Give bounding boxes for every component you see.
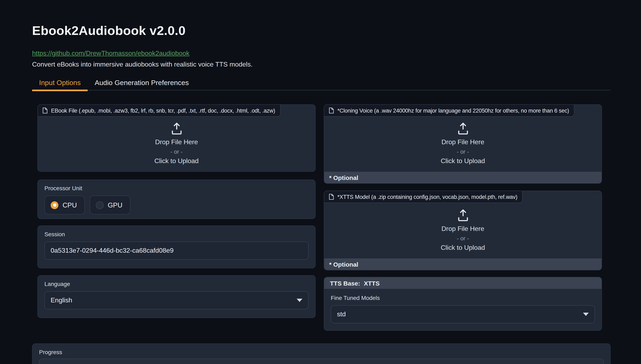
header: Ebook2Audiobook v2.0.0 https://github.co… xyxy=(0,0,641,68)
ebook-file-label-chip: EBook File (.epub, .mobi, .azw3, fb2, lr… xyxy=(38,105,280,117)
fine-tuned-models-label: Fine Tuned Models xyxy=(331,294,595,301)
processor-radio-group: CPU GPU xyxy=(45,196,309,214)
github-link[interactable]: https://github.com/DrewThomasson/ebook2a… xyxy=(32,50,189,57)
xtts-model-label-chip: *XTTS Model (a .zip containing config.js… xyxy=(324,191,523,203)
drop-file-here-text: Drop File Here xyxy=(442,225,484,232)
or-text: - or - xyxy=(170,148,182,155)
cloning-optional-note: * Optional xyxy=(324,172,601,183)
language-dropdown[interactable]: English xyxy=(45,291,309,309)
language-dropdown-value: English xyxy=(51,296,72,304)
dropdown-caret-icon xyxy=(297,299,302,302)
session-panel: Session 0a5313e7-0294-446d-bc32-ca68cafd… xyxy=(38,226,316,268)
click-to-upload-text: Click to Upload xyxy=(154,157,198,164)
processor-unit-panel: Processor Unit CPU GPU xyxy=(38,180,316,219)
ebook-file-upload: EBook File (.epub, .mobi, .azw3, fb2, lr… xyxy=(38,104,316,172)
drop-file-here-text: Drop File Here xyxy=(442,138,484,146)
ebook-file-label: EBook File (.epub, .mobi, .azw3, fb2, lr… xyxy=(51,108,275,114)
file-icon xyxy=(42,107,48,114)
cloning-voice-upload: *Cloning Voice (a .wav 24000hz for major… xyxy=(324,104,602,184)
upload-icon xyxy=(457,208,468,221)
ebook-drop-zone[interactable]: Drop File Here - or - Click to Upload xyxy=(38,117,315,171)
radio-cpu[interactable]: CPU xyxy=(45,196,85,214)
tab-bar: Input Options Audio Generation Preferenc… xyxy=(32,79,610,90)
left-column: EBook File (.epub, .mobi, .azw3, fb2, lr… xyxy=(38,104,316,318)
dropdown-caret-icon xyxy=(583,313,589,316)
tts-base-panel: TTS Base: XTTS Fine Tuned Models std xyxy=(324,277,602,331)
radio-unselected-icon xyxy=(96,201,104,209)
language-panel: Language English xyxy=(38,275,316,318)
tab-input-options[interactable]: Input Options xyxy=(32,79,88,90)
cloning-voice-drop-zone[interactable]: Drop File Here - or - Click to Upload xyxy=(324,117,601,172)
xtts-model-upload: *XTTS Model (a .zip containing config.js… xyxy=(324,191,602,270)
xtts-model-label: *XTTS Model (a .zip containing config.js… xyxy=(337,194,517,200)
tts-base-label: TTS Base: xyxy=(330,280,360,286)
main-columns: EBook File (.epub, .mobi, .azw3, fb2, lr… xyxy=(38,104,602,331)
upload-icon xyxy=(171,122,182,134)
radio-cpu-label: CPU xyxy=(63,201,77,209)
click-to-upload-text: Click to Upload xyxy=(441,157,485,165)
ebook2audiobook-app: Ebook2Audiobook v2.0.0 https://github.co… xyxy=(0,0,641,364)
app-description: Convert eBooks into immersive audiobooks… xyxy=(32,61,609,68)
radio-selected-icon xyxy=(51,201,58,209)
tts-base-value: XTTS xyxy=(364,280,380,286)
radio-gpu[interactable]: GPU xyxy=(90,196,130,214)
language-label: Language xyxy=(45,280,309,287)
upload-icon xyxy=(457,122,468,135)
fine-tuned-models-value: std xyxy=(337,310,346,318)
cloning-voice-label: *Cloning Voice (a .wav 24000hz for major… xyxy=(337,108,569,114)
radio-gpu-label: GPU xyxy=(108,201,123,209)
file-icon xyxy=(329,194,334,200)
xtts-optional-note: * Optional xyxy=(324,258,601,270)
progress-label: Progress xyxy=(39,349,603,355)
processor-unit-label: Processor Unit xyxy=(45,185,309,192)
session-input[interactable]: 0a5313e7-0294-446d-bc32-ca68cafd08e9 xyxy=(45,242,309,260)
xtts-model-drop-zone[interactable]: Drop File Here - or - Click to Upload xyxy=(324,203,601,258)
progress-panel: Progress xyxy=(32,344,610,364)
progress-textbox[interactable] xyxy=(39,359,603,364)
or-text: - or - xyxy=(457,235,469,241)
fine-tuned-models-dropdown[interactable]: std xyxy=(331,305,595,323)
tts-base-header: TTS Base: XTTS xyxy=(324,277,601,289)
page-title: Ebook2Audiobook v2.0.0 xyxy=(32,24,609,38)
right-column: *Cloning Voice (a .wav 24000hz for major… xyxy=(324,104,602,331)
drop-file-here-text: Drop File Here xyxy=(155,138,198,146)
file-icon xyxy=(329,107,334,114)
or-text: - or - xyxy=(457,148,469,155)
tab-audio-generation-preferences[interactable]: Audio Generation Preferences xyxy=(88,79,196,90)
click-to-upload-text: Click to Upload xyxy=(441,244,485,251)
cloning-voice-label-chip: *Cloning Voice (a .wav 24000hz for major… xyxy=(324,105,574,117)
session-label: Session xyxy=(45,231,309,238)
